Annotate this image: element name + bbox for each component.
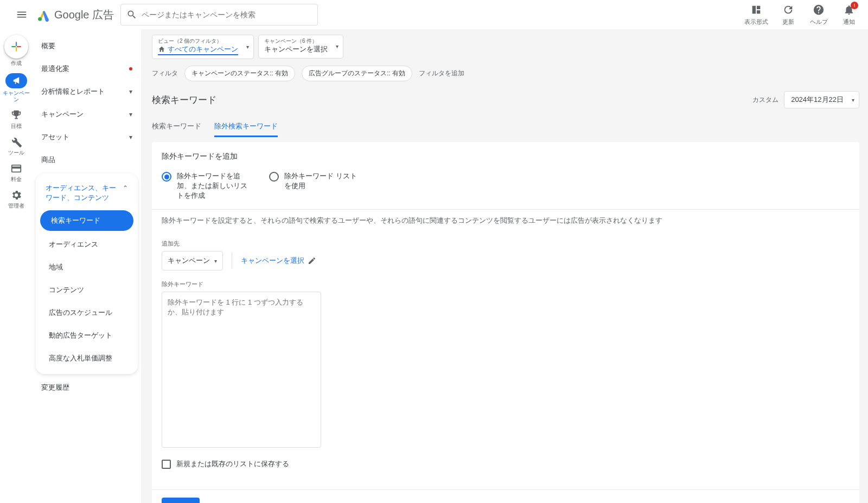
rail-campaigns[interactable]: キャンペーン	[1, 73, 31, 103]
panel-title: 除外キーワードを追加	[162, 152, 850, 162]
notification-badge: !	[851, 2, 858, 9]
menu-icon	[16, 9, 28, 21]
view-selector[interactable]: ビュー（2 個のフィルタ） すべてのキャンペーン ▾	[152, 35, 254, 59]
nav-overview[interactable]: 概要	[33, 35, 141, 57]
page-title: 検索キーワード	[152, 94, 216, 106]
help-tool[interactable]: ヘルプ	[808, 4, 829, 26]
help-icon	[813, 4, 825, 16]
title-row: 検索キーワード カスタム 2024年12月22日 ▾	[152, 91, 859, 108]
rail-tools[interactable]: ツール	[1, 136, 31, 156]
refresh-tool[interactable]: 更新	[778, 4, 799, 26]
nav-ad-schedule[interactable]: 広告のスケジュール	[36, 301, 138, 324]
nav-assets[interactable]: アセット▾	[33, 126, 141, 149]
nav-change-history[interactable]: 変更履歴	[33, 376, 141, 399]
header-tools: 表示形式 更新 ヘルプ ! 通知	[744, 4, 859, 26]
nav-content[interactable]: コンテンツ	[36, 279, 138, 301]
svg-point-0	[38, 17, 42, 21]
product-logo[interactable]: Google 広告	[37, 8, 114, 22]
chevron-down-icon: ▾	[129, 88, 132, 95]
card-icon	[10, 163, 22, 175]
dropdown-icon: ▾	[336, 43, 339, 50]
radio-add-new[interactable]: 除外キーワードを追加、または新しいリストを作成	[162, 171, 254, 201]
audiences-panel: オーディエンス、キーワード、コンテンツ ⌃ 検索キーワード オーディエンス 地域…	[36, 173, 138, 374]
chevron-down-icon: ▾	[129, 133, 132, 141]
filters-bar: フィルタ キャンペーンのステータス:: 有効 広告グループのステータス:: 有効…	[152, 66, 859, 81]
date-range-picker[interactable]: 2024年12月22日 ▾	[784, 91, 859, 108]
nav-dynamic-targets[interactable]: 動的広告ターゲット	[36, 324, 138, 347]
chevron-up-icon: ⌃	[123, 184, 128, 192]
add-to-label: 追加先	[162, 240, 850, 248]
plus-icon	[9, 40, 23, 54]
secondary-nav: 概要 最適化案 分析情報とレポート▾ キャンペーン▾ アセット▾ 商品 オーディ…	[33, 29, 141, 503]
panel-footer: 保存 キャンセル	[152, 489, 859, 503]
negative-keywords-input[interactable]	[162, 292, 321, 448]
filters-label: フィルタ	[152, 69, 178, 78]
gear-icon	[10, 189, 22, 201]
campaign-selector[interactable]: キャンペーン（6 件） キャンペーンを選択 ▾	[258, 35, 343, 59]
add-filter[interactable]: フィルタを追加	[419, 69, 464, 78]
select-campaign-link[interactable]: キャンペーンを選択	[241, 256, 316, 266]
search-icon	[126, 9, 137, 20]
scope-crumbs: ビュー（2 個のフィルタ） すべてのキャンペーン ▾ キャンペーン（6 件） キ…	[152, 35, 859, 59]
hamburger-menu[interactable]	[9, 2, 35, 28]
date-range-label: カスタム	[752, 95, 778, 105]
rail-admin[interactable]: 管理者	[1, 189, 31, 209]
appearance-tool[interactable]: 表示形式	[744, 4, 768, 26]
dropdown-icon: ▾	[214, 258, 217, 264]
product-name: Google 広告	[54, 8, 114, 22]
filter-chip-campaign-status[interactable]: キャンペーンのステータス:: 有効	[184, 66, 295, 81]
tab-search-keywords[interactable]: 検索キーワード	[152, 117, 201, 137]
add-to-select[interactable]: キャンペーン ▾	[162, 251, 223, 270]
checkbox-icon	[162, 460, 171, 469]
global-search[interactable]	[120, 4, 318, 25]
create-button[interactable]: 作成	[1, 35, 31, 67]
save-to-list-row[interactable]: 新規または既存のリストに保存する	[162, 459, 850, 469]
nav-campaigns[interactable]: キャンペーン▾	[33, 103, 141, 126]
nav-recommendations[interactable]: 最適化案	[33, 57, 141, 80]
nav-locations[interactable]: 地域	[36, 256, 138, 279]
ads-logo-icon	[37, 8, 51, 22]
app-header: Google 広告 表示形式 更新 ヘルプ ! 通知	[0, 0, 868, 29]
left-rail: 作成 キャンペーン 目標 ツール 料金 管理者	[0, 29, 33, 503]
chevron-down-icon: ▾	[129, 111, 132, 118]
trophy-icon	[10, 109, 22, 121]
radio-icon	[162, 172, 171, 182]
negative-keywords-panel: 除外キーワードを追加 除外キーワードを追加、または新しいリストを作成 除外キーワ…	[152, 142, 859, 503]
megaphone-icon	[11, 76, 21, 86]
panel-header[interactable]: オーディエンス、キーワード、コンテンツ ⌃	[36, 178, 138, 208]
divider	[232, 253, 232, 269]
nav-insights[interactable]: 分析情報とレポート▾	[33, 80, 141, 103]
filter-chip-adgroup-status[interactable]: 広告グループのステータス:: 有効	[302, 66, 412, 81]
nav-audiences[interactable]: オーディエンス	[36, 233, 138, 256]
radio-use-list[interactable]: 除外キーワード リストを使用	[269, 171, 361, 201]
search-input[interactable]	[142, 10, 312, 19]
main-content: ビュー（2 個のフィルタ） すべてのキャンペーン ▾ キャンペーン（6 件） キ…	[141, 29, 868, 503]
tab-negative-keywords[interactable]: 除外検索キーワード	[214, 117, 278, 137]
keywords-label: 除外キーワード	[162, 280, 850, 288]
rail-goals[interactable]: 目標	[1, 109, 31, 130]
keyword-tabs: 検索キーワード 除外検索キーワード	[152, 117, 859, 138]
rail-billing[interactable]: 料金	[1, 163, 31, 183]
save-button[interactable]: 保存	[162, 498, 200, 503]
refresh-icon	[782, 4, 794, 16]
nav-search-keywords[interactable]: 検索キーワード	[40, 210, 133, 231]
radio-icon	[269, 172, 279, 182]
panel-description: 除外キーワードを設定すると、それらの語句で検索するユーザーや、それらの語句に関連…	[152, 209, 859, 232]
fab-icon-wrap	[4, 35, 28, 59]
tools-icon	[10, 136, 22, 148]
appearance-icon	[750, 4, 762, 16]
pencil-icon	[308, 256, 316, 265]
nav-products[interactable]: 商品	[33, 149, 141, 171]
nav-bid-adjust[interactable]: 高度な入札単価調整	[36, 347, 138, 370]
dropdown-icon: ▾	[246, 43, 249, 51]
home-icon	[158, 46, 165, 53]
campaign-pill	[5, 73, 27, 88]
dropdown-icon: ▾	[852, 97, 854, 103]
notifications-tool[interactable]: ! 通知	[839, 4, 859, 26]
